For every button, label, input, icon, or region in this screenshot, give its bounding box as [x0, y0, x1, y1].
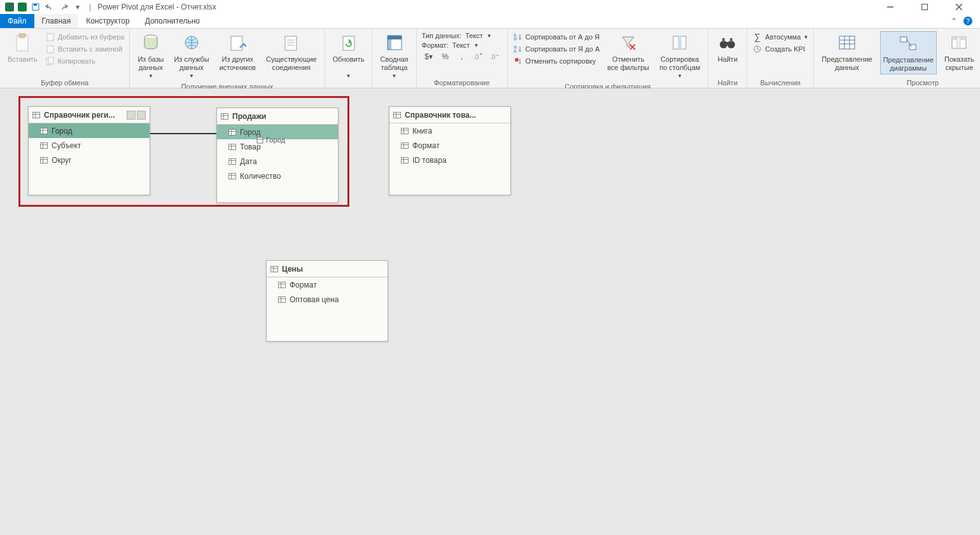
- table-products-header[interactable]: Справочник това...: [389, 107, 510, 123]
- ribbon-group-sort-filter: АЯ Сортировать от А до Я ЯА Сортировать …: [508, 29, 709, 88]
- from-service-button[interactable]: Из службы данных▼: [171, 31, 211, 81]
- show-hidden-button[interactable]: Показать скрытые: [942, 31, 977, 73]
- from-other-button[interactable]: Из других источников: [217, 31, 258, 73]
- sort-asc-button[interactable]: АЯ Сортировать от А до Я: [513, 31, 600, 43]
- maximize-button[interactable]: [915, 1, 934, 13]
- powerpivot-icon: [5, 3, 14, 11]
- field-prices-format[interactable]: Формат: [267, 277, 388, 292]
- svg-rect-6: [17, 36, 28, 51]
- datatype-selector[interactable]: Тип данных: Текст ▼: [422, 31, 502, 40]
- service-icon: [181, 32, 202, 53]
- pivot-table-button[interactable]: Сводная таблица▼: [377, 31, 410, 81]
- format-selector[interactable]: Формат: Текст ▼: [422, 41, 502, 50]
- field-prices-wholesale[interactable]: Оптовая цена: [267, 292, 388, 307]
- existing-connections-button[interactable]: Существующие соединения: [263, 31, 319, 73]
- show-hidden-icon: [949, 32, 969, 53]
- field-products-format[interactable]: Формат: [389, 138, 510, 153]
- sigma-icon: ∑: [752, 32, 762, 42]
- field-sales-gorod[interactable]: Город: [217, 125, 338, 139]
- table-products[interactable]: Справочник това... Книга Формат ID товар…: [389, 106, 511, 195]
- tab-design[interactable]: Конструктор: [78, 14, 137, 28]
- table-prices[interactable]: Цены Формат Оптовая цена: [266, 260, 388, 342]
- clear-sort-button[interactable]: Отменить сортировку: [513, 55, 600, 67]
- sort-column-icon: [669, 32, 690, 53]
- svg-rect-14: [231, 36, 242, 50]
- collapse-ribbon-icon[interactable]: ⌃: [951, 17, 957, 25]
- table-maximize-icon[interactable]: [137, 111, 146, 120]
- close-button[interactable]: [949, 1, 969, 13]
- calc-group-label: Вычисления: [752, 78, 808, 87]
- pivot-table-icon: [384, 32, 405, 53]
- column-icon: [40, 142, 48, 149]
- table-sales[interactable]: Продажи Город Товар Дата Количество: [216, 108, 339, 203]
- field-regions-subject[interactable]: Субъект: [29, 138, 150, 153]
- paste-append-button: Добавить из буфера: [45, 31, 125, 43]
- table-regions[interactable]: Справочник реги... Город Субъект Округ: [28, 106, 150, 195]
- svg-rect-46: [909, 45, 916, 50]
- field-products-book[interactable]: Книга: [389, 123, 510, 138]
- diagram-view-button[interactable]: Представление диаграммы: [880, 31, 937, 74]
- table-sales-header[interactable]: Продажи: [217, 108, 338, 125]
- svg-rect-36: [725, 42, 730, 45]
- field-sales-tovar[interactable]: Товар: [217, 139, 338, 154]
- column-icon: [401, 157, 409, 163]
- column-icon: [228, 158, 236, 165]
- sort-desc-icon: ЯА: [513, 44, 523, 54]
- table-expand-icon[interactable]: [127, 111, 136, 120]
- column-icon: [228, 129, 236, 135]
- ribbon-tabs: Файл Главная Конструктор Дополнительно ⌃…: [0, 14, 980, 29]
- field-regions-gorod[interactable]: Город: [29, 123, 150, 138]
- tab-file[interactable]: Файл: [0, 14, 34, 28]
- diagram-canvas[interactable]: Справочник реги... Город Субъект Округ П…: [0, 88, 980, 535]
- autosum-button[interactable]: ∑ Автосумма ▼: [752, 31, 808, 43]
- create-kpi-button[interactable]: Создать KPI: [752, 43, 808, 55]
- copy-button: Копировать: [45, 55, 125, 67]
- column-icon: [278, 296, 286, 303]
- redo-icon[interactable]: [59, 2, 69, 12]
- paste-append-icon: [45, 32, 55, 42]
- save-icon[interactable]: [31, 2, 41, 12]
- clear-sort-icon: [513, 56, 523, 66]
- ribbon: Вставить Добавить из буфера Вставить с з…: [0, 29, 980, 88]
- field-sales-data[interactable]: Дата: [217, 154, 338, 169]
- column-icon: [40, 157, 48, 163]
- find-button[interactable]: Найти: [713, 31, 741, 65]
- minimize-button[interactable]: [881, 1, 900, 13]
- svg-text:.0: .0: [473, 53, 479, 60]
- clipboard-group-label: Буфер обмена: [5, 78, 124, 87]
- from-database-button[interactable]: Из базы данных▼: [135, 31, 166, 81]
- svg-rect-8: [47, 34, 53, 41]
- table-icon: [270, 266, 278, 272]
- svg-rect-37: [722, 38, 725, 42]
- column-icon: [278, 282, 286, 288]
- svg-rect-22: [388, 36, 391, 50]
- help-icon[interactable]: ?: [963, 17, 972, 25]
- increase-decimal-button: .0: [472, 50, 486, 63]
- svg-text:А: А: [514, 49, 517, 53]
- clear-filters-button[interactable]: Отменить все фильтры: [605, 31, 652, 73]
- sort-by-column-button[interactable]: Сортировка по столбцам▼: [657, 31, 703, 81]
- field-regions-okrug[interactable]: Округ: [29, 153, 150, 167]
- data-view-icon: [837, 32, 857, 53]
- svg-text:.0: .0: [490, 53, 496, 60]
- refresh-button[interactable]: Обновить▼: [330, 31, 367, 81]
- svg-rect-38: [730, 38, 732, 42]
- tab-advanced[interactable]: Дополнительно: [137, 14, 207, 28]
- data-view-button[interactable]: Представление данных: [819, 31, 874, 73]
- qat-dropdown-icon[interactable]: ▾: [73, 2, 83, 12]
- sort-desc-button[interactable]: ЯА Сортировать от Я до А: [513, 43, 600, 55]
- field-products-id[interactable]: ID товара: [389, 153, 510, 167]
- svg-rect-9: [47, 46, 53, 53]
- kpi-icon: [752, 44, 762, 54]
- table-prices-header[interactable]: Цены: [267, 261, 388, 277]
- find-group-label: Найти: [713, 78, 741, 87]
- field-sales-qty[interactable]: Количество: [217, 169, 338, 183]
- svg-point-29: [515, 58, 519, 62]
- tab-home[interactable]: Главная: [34, 14, 79, 28]
- svg-rect-11: [48, 57, 53, 64]
- svg-rect-33: [678, 36, 682, 49]
- undo-icon[interactable]: [45, 2, 55, 12]
- ribbon-group-calculations: ∑ Автосумма ▼ Создать KPI Вычисления: [747, 29, 814, 88]
- paste-label: Вставить: [8, 55, 38, 64]
- table-regions-header[interactable]: Справочник реги...: [29, 107, 150, 123]
